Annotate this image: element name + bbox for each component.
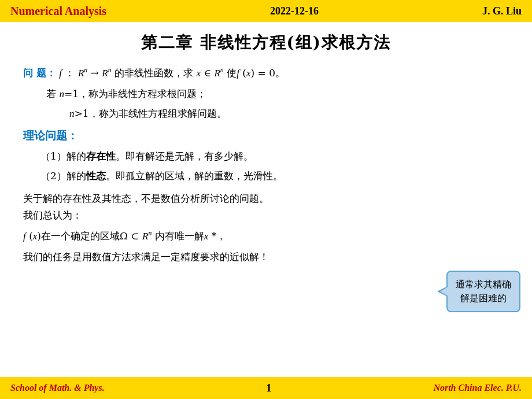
footer-bar: School of Math. & Phys. 1 North China El… [0, 377, 532, 399]
problem-case1: 若 n=1，称为非线性方程求根问题； [23, 86, 509, 103]
problem-fx: f [237, 68, 239, 79]
problem-label: 问 题： [23, 67, 56, 79]
summary-block: 关于解的存在性及其性态，不是数值分析所讨论的问题。 我们总认为： [23, 190, 509, 224]
problem-math: f [59, 68, 62, 79]
main-content: 第二章 非线性方程(组)求根方法 问 题： f ： Rn → Rn 的非线性函数… [0, 22, 532, 374]
theory-item1: （1）解的存在性。即有解还是无解，有多少解。 [23, 148, 509, 165]
problem-case2: n>1，称为非线性方程组求解问题。 [23, 105, 509, 123]
problem-intro: 问 题： f ： Rn → Rn 的非线性函数，求 x ∈ Rn 使f (x) … [23, 64, 509, 82]
footer-university: North China Elec. P.U. [433, 383, 522, 393]
header-date: 2022-12-16 [270, 5, 319, 17]
theory-item1-bold: 存在性 [86, 150, 116, 162]
theory-item2: （2）解的性态。即孤立解的区域，解的重数，光滑性。 [23, 168, 509, 184]
chapter-title: 第二章 非线性方程(组)求根方法 [23, 31, 509, 54]
problem-rn: Rn [214, 68, 223, 79]
theory-item2-bold: 性态 [86, 170, 106, 182]
summary-line1: 关于解的存在性及其性态，不是数值分析所讨论的问题。 [23, 190, 509, 207]
task-line: 我们的任务是用数值方法求满足一定精度要求的近似解！ [23, 249, 509, 265]
callout-bubble: 通常求其精确解是困难的 [446, 271, 520, 312]
theory-label: 理论问题： [23, 128, 509, 143]
header-author: J. G. Liu [482, 5, 522, 17]
header-bar: Numerical Analysis 2022-12-16 J. G. Liu [0, 0, 532, 22]
header-title: Numerical Analysis [10, 5, 106, 18]
problem-domain: Rn [78, 68, 87, 79]
callout-text: 通常求其精确解是困难的 [456, 279, 511, 304]
summary-line2: 我们总认为： [23, 207, 509, 224]
problem-codomain: Rn [102, 68, 111, 79]
footer-page: 1 [267, 382, 272, 394]
domain-line: f (x)在一个确定的区域Ω ⊂ Rn 内有唯一解x *， [23, 227, 509, 245]
domain-fx: f [23, 231, 26, 242]
problem-x: x [196, 68, 201, 79]
footer-school: School of Math. & Phys. [10, 383, 105, 393]
